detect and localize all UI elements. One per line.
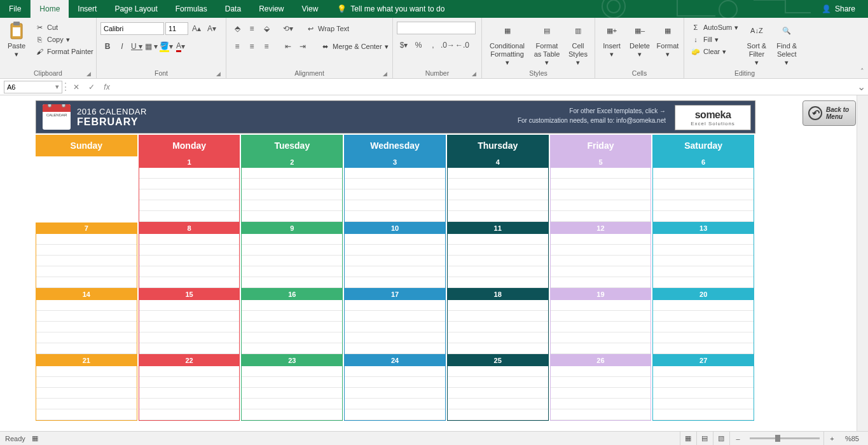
calendar-cell[interactable]: 3 [344, 156, 447, 222]
conditional-formatting-button[interactable]: ▦Conditional Formatting▾ [486, 19, 528, 68]
expand-formula-bar-icon[interactable]: ⌄ [854, 81, 868, 93]
shrink-font-icon[interactable]: A▾ [205, 22, 219, 36]
calendar-cell[interactable]: 15 [139, 289, 242, 355]
formula-input[interactable] [114, 81, 854, 93]
calendar-cell[interactable]: 10 [344, 222, 447, 289]
bold-button[interactable]: B [100, 39, 114, 53]
back-to-menu-button[interactable]: ↶ Back toMenu [803, 100, 856, 126]
percent-format-icon[interactable]: % [411, 38, 425, 52]
tab-file[interactable]: File [0, 0, 31, 18]
tab-home[interactable]: Home [31, 0, 69, 18]
increase-decimal-icon[interactable]: .0→ [441, 38, 455, 52]
view-normal-icon[interactable]: ▦ [680, 432, 696, 446]
fx-icon[interactable]: fx [99, 79, 114, 95]
calendar-cell[interactable]: 14 [36, 289, 139, 355]
paste-button[interactable]: Paste▾ [4, 19, 29, 60]
alignment-dialog-icon[interactable]: ◢ [383, 71, 387, 77]
calendar-cell[interactable]: 21 [36, 355, 139, 421]
tab-data[interactable]: Data [216, 0, 250, 18]
tab-page-layout[interactable]: Page Layout [106, 0, 166, 18]
clipboard-dialog-icon[interactable]: ◢ [86, 71, 91, 77]
enter-formula-icon[interactable]: ✓ [84, 79, 99, 95]
tell-me-search[interactable]: 💡 Tell me what you want to do [337, 4, 444, 13]
view-page-layout-icon[interactable]: ▤ [696, 432, 713, 446]
format-as-table-button[interactable]: ▤Format as Table▾ [531, 19, 563, 68]
calendar-cell[interactable]: 12 [550, 222, 653, 289]
align-left-icon[interactable]: ≡ [230, 39, 244, 53]
number-format-combo[interactable] [397, 22, 476, 34]
fill-button[interactable]: ↓Fill ▾ [688, 34, 741, 45]
find-select-button[interactable]: 🔍Find & Select▾ [773, 19, 801, 68]
comma-format-icon[interactable]: , [426, 38, 440, 52]
align-top-icon[interactable]: ⬘ [230, 22, 244, 36]
vertical-scrollbar[interactable] [857, 95, 868, 431]
accounting-format-icon[interactable]: $▾ [397, 38, 411, 52]
calendar-cell[interactable]: 19 [550, 289, 653, 355]
font-dialog-icon[interactable]: ◢ [216, 71, 221, 77]
align-right-icon[interactable]: ≡ [259, 39, 273, 53]
italic-button[interactable]: I [115, 39, 129, 53]
name-box[interactable]: A6▾ [4, 81, 62, 93]
calendar-cell[interactable]: 23 [241, 355, 344, 421]
calendar-cell[interactable]: 6 [652, 156, 755, 222]
clear-button[interactable]: 🧽Clear ▾ [688, 46, 741, 57]
font-name-combo[interactable] [100, 22, 164, 35]
collapse-ribbon-icon[interactable]: ˄ [860, 67, 864, 76]
font-color-button[interactable]: A▾ [174, 39, 188, 53]
calendar-cell[interactable] [36, 156, 139, 222]
format-cells-button[interactable]: ▦Format▾ [655, 19, 680, 60]
calendar-cell[interactable]: 24 [344, 355, 447, 421]
tab-formulas[interactable]: Formulas [167, 0, 216, 18]
calendar-cell[interactable]: 17 [344, 289, 447, 355]
view-page-break-icon[interactable]: ▧ [713, 432, 729, 446]
number-dialog-icon[interactable]: ◢ [472, 71, 476, 77]
calendar-cell[interactable]: 25 [447, 355, 550, 421]
calendar-cell[interactable]: 1 [139, 156, 242, 222]
calendar-cell[interactable]: 13 [652, 222, 755, 289]
calendar-cell[interactable]: 8 [139, 222, 242, 289]
calendar-cell[interactable]: 16 [241, 289, 344, 355]
calendar-cell[interactable]: 11 [447, 222, 550, 289]
sheet-scroll[interactable]: CALENDAR 2016 CALENDAR FEBRUARY For othe… [0, 95, 857, 431]
fb-resize[interactable]: ⋮ [62, 79, 69, 95]
format-painter-button[interactable]: 🖌Format Painter [32, 46, 96, 57]
zoom-in-icon[interactable]: + [823, 432, 840, 446]
align-center-icon[interactable]: ≡ [245, 39, 259, 53]
calendar-cell[interactable]: 22 [139, 355, 242, 421]
underline-button[interactable]: U ▾ [130, 39, 144, 53]
align-middle-icon[interactable]: ≡ [245, 22, 259, 36]
indent-decrease-icon[interactable]: ⇤ [281, 39, 295, 53]
orientation-icon[interactable]: ⟲▾ [281, 22, 295, 36]
fill-color-button[interactable]: 🪣▾ [159, 39, 173, 53]
tab-insert[interactable]: Insert [69, 0, 106, 18]
calendar-cell[interactable]: 20 [652, 289, 755, 355]
share-button[interactable]: 👤 Share [816, 0, 860, 18]
autosum-button[interactable]: ΣAutoSum ▾ [688, 22, 741, 33]
copy-button[interactable]: ⎘Copy ▾ [32, 34, 96, 45]
wrap-text-button[interactable]: ↩Wrap Text [303, 22, 352, 36]
calendar-cell[interactable]: 26 [550, 355, 653, 421]
decrease-decimal-icon[interactable]: ←.0 [455, 38, 469, 52]
cancel-formula-icon[interactable]: ✕ [69, 79, 84, 95]
font-size-combo[interactable] [165, 22, 188, 35]
calendar-cell[interactable]: 7 [36, 222, 139, 289]
cell-styles-button[interactable]: ▥Cell Styles▾ [565, 19, 591, 68]
delete-cells-button[interactable]: ▦–Delete▾ [627, 19, 652, 60]
cut-button[interactable]: ✂Cut [32, 22, 96, 33]
zoom-slider[interactable] [750, 437, 820, 439]
calendar-cell[interactable]: 4 [447, 156, 550, 222]
calendar-cell[interactable]: 18 [447, 289, 550, 355]
grow-font-icon[interactable]: A▴ [189, 22, 203, 36]
merge-center-button[interactable]: ⬌Merge & Center ▾ [317, 39, 391, 53]
zoom-percent[interactable]: %85 [840, 435, 864, 442]
sort-filter-button[interactable]: A↓ZSort & Filter▾ [743, 19, 769, 68]
calendar-cell[interactable]: 2 [241, 156, 344, 222]
align-bottom-icon[interactable]: ⬙ [259, 22, 273, 36]
calendar-cell[interactable]: 9 [241, 222, 344, 289]
tab-review[interactable]: Review [250, 0, 293, 18]
calendar-cell[interactable]: 27 [652, 355, 755, 421]
calendar-cell[interactable]: 5 [550, 156, 653, 222]
insert-cells-button[interactable]: ▦+Insert▾ [599, 19, 624, 60]
indent-increase-icon[interactable]: ⇥ [296, 39, 310, 53]
borders-button[interactable]: ▦ ▾ [144, 39, 158, 53]
